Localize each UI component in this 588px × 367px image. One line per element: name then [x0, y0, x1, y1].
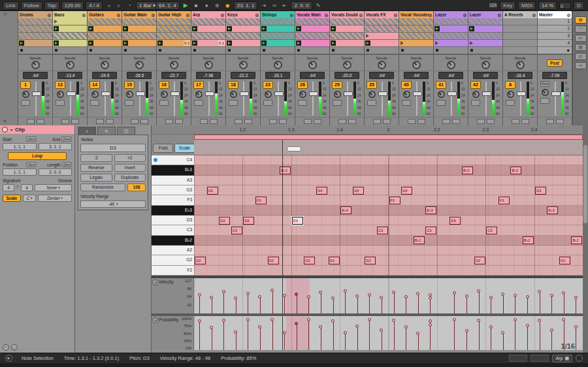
clip-stop-button[interactable] — [228, 49, 231, 52]
velocity-marker[interactable] — [394, 293, 395, 313]
piano-key-B♭2[interactable]: B♭2 — [152, 236, 194, 246]
clip-playing-icon[interactable] — [54, 40, 59, 46]
volume-fader[interactable] — [101, 81, 115, 116]
velocity-marker[interactable] — [321, 293, 321, 313]
clip-slot[interactable] — [295, 47, 329, 54]
clip-playing-icon[interactable] — [192, 26, 197, 31]
volume-display[interactable]: -22.7 — [161, 72, 186, 79]
mini-map[interactable] — [531, 355, 549, 362]
solo-button[interactable] — [367, 100, 376, 106]
fader-handle[interactable] — [101, 91, 110, 96]
clip-slot[interactable] — [53, 18, 87, 25]
fader-handle[interactable] — [240, 91, 249, 96]
probability-marker[interactable] — [308, 321, 309, 350]
fader-handle[interactable] — [171, 91, 180, 96]
volume-fader[interactable] — [551, 81, 565, 116]
clip-slot[interactable] — [88, 40, 122, 47]
clip-play-icon[interactable] — [366, 34, 369, 38]
clip-slot[interactable] — [503, 47, 537, 54]
track-activator[interactable]: A — [505, 81, 515, 89]
session-record-button[interactable]: ◉ — [223, 2, 232, 9]
track-title-master[interactable]: Master◎ — [538, 11, 572, 18]
solo-button[interactable] — [436, 100, 446, 106]
clip-playing-icon[interactable] — [261, 40, 267, 46]
velocity-marker[interactable] — [212, 298, 212, 313]
clip-playing-icon[interactable] — [296, 26, 301, 31]
piano-key-C3[interactable]: C3 — [152, 225, 194, 235]
track-title-vocals-doubl[interactable]: Vocals Doubl◎ — [330, 11, 364, 18]
transpose-display[interactable]: D3 — [80, 144, 146, 152]
clip-slot[interactable] — [18, 40, 52, 47]
loop-start-display[interactable]: 23. 1. 1 — [234, 1, 258, 10]
clip-tab-1[interactable]: ∿ — [97, 127, 116, 135]
midi-note-E♭3[interactable]: E♭3 — [340, 206, 351, 214]
clip-stop-button[interactable] — [20, 49, 23, 52]
clip-slot[interactable] — [399, 47, 433, 54]
track-title-keys[interactable]: Keys◎ — [226, 11, 260, 18]
clip-slot[interactable] — [191, 33, 225, 40]
probability-marker[interactable] — [540, 321, 540, 350]
legato-button[interactable]: Legato — [80, 174, 112, 182]
velocity-marker[interactable] — [223, 293, 224, 313]
clip-playing-icon[interactable] — [192, 40, 197, 46]
clip-slot[interactable] — [330, 25, 364, 33]
clip-playing-icon[interactable] — [261, 26, 267, 31]
piano-key-D3[interactable]: D3 — [152, 215, 194, 225]
probability-marker[interactable] — [491, 328, 491, 351]
piano-key-F2[interactable]: F2 — [152, 266, 194, 276]
clip-playing-icon[interactable] — [157, 40, 163, 46]
probability-marker[interactable] — [272, 321, 273, 350]
nudge-up-icon[interactable]: ▹ — [115, 2, 123, 9]
mini-map[interactable] — [509, 355, 527, 362]
pan-knob[interactable] — [542, 89, 549, 96]
track-activator[interactable]: 14 — [90, 81, 100, 89]
clip-slot[interactable] — [18, 33, 52, 40]
clip-play-icon[interactable] — [435, 41, 438, 45]
clip-stop-button[interactable] — [297, 49, 300, 52]
crossfade-b-button[interactable] — [244, 119, 252, 124]
randomize-amount[interactable]: 108 — [127, 184, 146, 191]
clip-slot[interactable] — [503, 25, 537, 33]
invert-button[interactable]: Invert — [114, 164, 146, 172]
clip-playing-icon[interactable] — [88, 40, 93, 46]
volume-fader[interactable] — [447, 81, 461, 116]
pan-knob[interactable] — [57, 91, 64, 98]
probability-marker[interactable] — [199, 322, 200, 350]
track-title-layer[interactable]: Layer◎ — [434, 11, 468, 18]
track-title-guitars[interactable]: Guitars◎ — [88, 11, 122, 18]
piano-key-G2[interactable]: G2 — [152, 255, 194, 265]
groove-select[interactable]: None▾ — [35, 184, 72, 191]
half-time-button[interactable]: :2 — [80, 154, 112, 162]
device-toggle-icon[interactable] — [576, 355, 583, 362]
time-signature-display[interactable]: 4 / 4 — [86, 1, 103, 10]
midi-note-D3[interactable]: D3 — [449, 217, 461, 225]
clip-stop-button[interactable] — [55, 49, 57, 52]
loop-length-value[interactable]: 2. 0. 0 — [39, 168, 73, 176]
post-toggle[interactable]: Post — [547, 59, 563, 67]
velocity-marker[interactable] — [272, 291, 273, 313]
volume-display[interactable]: -13.4 — [57, 72, 82, 79]
loop-toggle-icon[interactable]: ∞ — [270, 2, 278, 9]
midi-note-G2[interactable]: G2 — [559, 257, 570, 264]
clip-slot[interactable] — [88, 33, 122, 40]
clip-slot[interactable] — [157, 33, 191, 40]
clip-slot[interactable] — [18, 18, 52, 25]
volume-display[interactable]: -Inf — [369, 72, 394, 79]
track-activator[interactable]: 40 — [401, 81, 412, 89]
scale-name-select[interactable]: Dorian▾ — [38, 195, 72, 202]
crossfade-b-button[interactable] — [417, 119, 425, 124]
piano-key-A3[interactable]: A3 — [152, 176, 194, 185]
clip-stop-button[interactable] — [193, 49, 196, 52]
track-activator[interactable]: 18 — [228, 81, 238, 89]
clip-slot[interactable] — [53, 47, 87, 54]
solo-button[interactable] — [229, 100, 238, 106]
editor-scrollbar[interactable] — [583, 125, 588, 353]
velocity-marker[interactable] — [369, 296, 370, 313]
stop-all-clips-button[interactable]: ■ — [538, 47, 572, 54]
pan-knob[interactable] — [299, 91, 306, 98]
clip-playing-icon[interactable] — [227, 40, 232, 46]
crossfade-a-button[interactable] — [27, 119, 35, 124]
volume-display[interactable]: -26.5 — [127, 72, 152, 79]
scene-slot[interactable]: 4 — [538, 40, 572, 47]
clip-slot[interactable] — [295, 18, 329, 25]
